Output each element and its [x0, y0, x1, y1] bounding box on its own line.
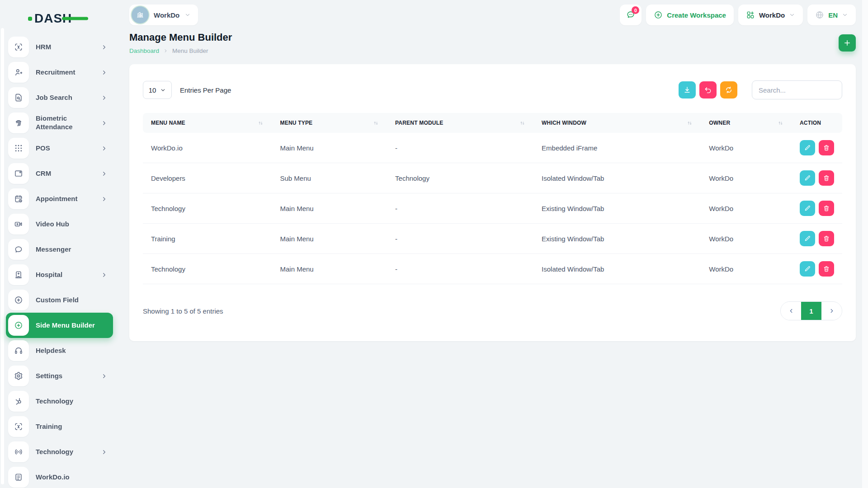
chevron-right-icon: [829, 308, 835, 314]
topbar: WorkDo 0 Create Workspace WorkDo EN: [117, 0, 868, 25]
scan-icon: [8, 37, 29, 57]
sidebar-item-recruitment[interactable]: Recruitment: [6, 60, 113, 85]
cell-menu-type: Main Menu: [272, 254, 387, 284]
sort-icon: [258, 120, 264, 126]
video-camera-icon: [8, 214, 29, 235]
sidebar-item-side-menu-builder[interactable]: Side Menu Builder: [6, 313, 113, 338]
chat-bubble-icon: [8, 239, 29, 260]
chevron-right-icon: [101, 373, 108, 380]
sidebar-item-settings[interactable]: Settings: [6, 363, 113, 389]
cell-which-window: Isolated Window/Tab: [533, 254, 701, 284]
cell-menu-type: Main Menu: [272, 224, 387, 254]
current-page-button[interactable]: 1: [801, 302, 821, 320]
table-header-row: MENU NAME MENU TYPE PARENT MODULE WHICH …: [143, 113, 842, 133]
cell-owner: WorkDo: [701, 133, 792, 163]
sidebar-item-biometric-attendance[interactable]: Biometric Attendance: [6, 110, 113, 136]
entries-per-page-label: Entries Per Page: [180, 86, 231, 94]
workspace-pill[interactable]: WorkDo: [129, 5, 198, 25]
trash-icon: [823, 205, 830, 212]
previous-page-button[interactable]: [781, 302, 801, 320]
column-header-menu-type[interactable]: MENU TYPE: [272, 113, 387, 133]
sidebar-item-helpdesk[interactable]: Helpdesk: [6, 338, 113, 363]
export-button[interactable]: [679, 81, 696, 99]
sidebar-item-technology-2[interactable]: Technology: [6, 439, 113, 465]
sidebar: DASH HRM Recruitment Job Search Biometri…: [0, 0, 117, 488]
delete-button[interactable]: [819, 261, 834, 277]
column-header-menu-name[interactable]: MENU NAME: [143, 113, 272, 133]
edit-button[interactable]: [800, 170, 815, 186]
sidebar-item-video-hub[interactable]: Video Hub: [6, 211, 113, 237]
cell-which-window: Embedded iFrame: [533, 133, 701, 163]
refresh-button[interactable]: [720, 81, 737, 99]
fingerprint-icon: [8, 113, 29, 133]
pencil-icon: [804, 265, 811, 272]
edit-button[interactable]: [800, 201, 815, 216]
edit-button[interactable]: [800, 231, 815, 246]
undo-button[interactable]: [699, 81, 717, 99]
gear-icon: [8, 366, 29, 386]
entries-per-page-select[interactable]: 10: [143, 81, 172, 99]
trash-icon: [823, 235, 830, 242]
logo-dot-accent: [28, 17, 32, 21]
sidebar-item-hospital[interactable]: Hospital: [6, 262, 113, 287]
add-menu-button[interactable]: [839, 34, 856, 52]
create-workspace-button[interactable]: Create Workspace: [646, 5, 734, 25]
sidebar-item-workdo-io[interactable]: WorkDo.io: [6, 465, 113, 488]
chevron-down-icon: [184, 12, 191, 18]
plus-circle-icon: [8, 290, 29, 310]
cell-menu-name: Developers: [143, 163, 272, 193]
breadcrumb: Dashboard Menu Builder: [129, 47, 232, 54]
sidebar-item-appointment[interactable]: Appointment: [6, 186, 113, 211]
undo-icon: [704, 86, 712, 94]
browser-plus-icon: [8, 163, 29, 184]
sidebar-item-custom-field[interactable]: Custom Field: [6, 287, 113, 313]
column-header-parent-module[interactable]: PARENT MODULE: [387, 113, 533, 133]
workspace-name: WorkDo: [154, 11, 179, 19]
sidebar-item-messenger[interactable]: Messenger: [6, 237, 113, 262]
cell-owner: WorkDo: [701, 224, 792, 254]
sort-icon: [373, 120, 379, 126]
chevron-left-icon: [788, 308, 794, 314]
chevron-right-icon: [101, 449, 108, 455]
language-selector[interactable]: EN: [807, 5, 856, 25]
column-header-owner[interactable]: OWNER: [701, 113, 792, 133]
chevron-right-icon: [101, 145, 108, 152]
page-scrollbar[interactable]: [862, 0, 868, 488]
dash-logo[interactable]: DASH: [28, 11, 72, 26]
sort-icon: [687, 120, 693, 126]
sidebar-item-job-search[interactable]: Job Search: [6, 85, 113, 110]
edit-button[interactable]: [800, 140, 815, 155]
delete-button[interactable]: [819, 231, 834, 246]
cell-owner: WorkDo: [701, 163, 792, 193]
sidebar-item-crm[interactable]: CRM: [6, 161, 113, 186]
cell-menu-type: Sub Menu: [272, 163, 387, 193]
next-page-button[interactable]: [821, 302, 842, 320]
breadcrumb-current: Menu Builder: [172, 47, 208, 54]
delete-button[interactable]: [819, 170, 834, 186]
user-plus-icon: [8, 62, 29, 83]
chevron-down-icon: [789, 12, 795, 18]
delete-button[interactable]: [819, 201, 834, 216]
cell-owner: WorkDo: [701, 193, 792, 224]
sidebar-item-technology[interactable]: Technology: [6, 389, 113, 414]
chevron-right-icon: [101, 69, 108, 76]
table-row: WorkDo.io Main Menu - Embedded iFrame Wo…: [143, 133, 842, 163]
edit-button[interactable]: [800, 261, 815, 277]
broadcast-icon: [8, 441, 29, 462]
cell-which-window: Existing Window/Tab: [533, 224, 701, 254]
sidebar-menu: HRM Recruitment Job Search Biometric Att…: [0, 34, 117, 488]
sidebar-item-pos[interactable]: POS: [6, 136, 113, 161]
column-header-which-window[interactable]: WHICH WINDOW: [533, 113, 701, 133]
sidebar-item-training[interactable]: Training: [6, 414, 113, 439]
sidebar-item-hrm[interactable]: HRM: [6, 34, 113, 60]
pencil-icon: [804, 235, 811, 242]
chevron-right-icon: [101, 196, 108, 202]
hospital-icon: [8, 264, 29, 285]
workspace-switcher-button[interactable]: WorkDo: [738, 5, 803, 25]
delete-button[interactable]: [819, 140, 834, 155]
search-input[interactable]: [752, 80, 842, 99]
messages-badge: 0: [632, 6, 639, 14]
messages-button[interactable]: 0: [620, 5, 642, 25]
showing-entries-text: Showing 1 to 5 of 5 entries: [143, 307, 223, 315]
breadcrumb-dashboard-link[interactable]: Dashboard: [129, 47, 159, 54]
